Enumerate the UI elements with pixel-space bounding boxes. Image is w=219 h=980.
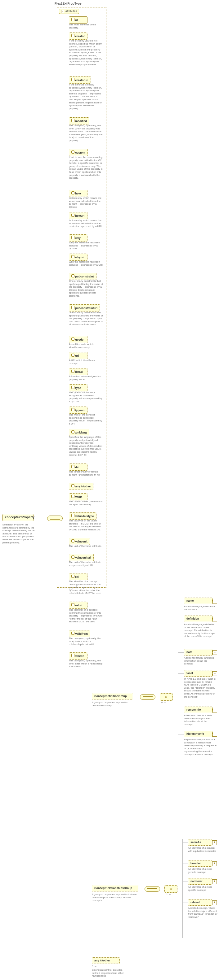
attr-desc: A URI which identifies a concept. (69, 359, 103, 365)
attr-name: uri (71, 353, 85, 358)
attr-uri: uri (69, 352, 88, 359)
attr-desc: The identifier of a concept defining the… (69, 608, 103, 623)
attr-desc: One or many constraints that apply to pu… (69, 311, 103, 326)
sequence-connector (145, 886, 160, 892)
attr-name: dir (71, 465, 85, 469)
expand-icon[interactable]: + (212, 900, 217, 905)
attr-qcode: qcode (69, 336, 88, 343)
child-desc: An identifier of a more generic concept. (188, 868, 217, 873)
attr-desc: If the property value is not defined, sp… (69, 39, 103, 66)
attr-name: reluri (71, 603, 85, 607)
expand-icon[interactable]: + (213, 671, 217, 676)
attr-desc: The related value (see more in the spec … (69, 500, 103, 506)
attr-desc: If the attribute is empty, specifies whi… (69, 83, 103, 110)
connector (67, 697, 92, 697)
connector (178, 734, 184, 735)
root-name: conceptExtProperty (5, 515, 31, 520)
choice-connector: ⊞ (165, 885, 177, 892)
attr-icon (71, 119, 74, 122)
attr-icon (71, 236, 74, 239)
connector (178, 710, 184, 710)
attr-name: validto (71, 654, 85, 658)
connector (178, 673, 184, 674)
connector (160, 889, 165, 889)
choice-connector: ⊞ (160, 693, 173, 701)
connector (178, 619, 184, 619)
expand-icon[interactable]: + (213, 732, 217, 737)
child-name: broader (190, 862, 210, 865)
child-broader: broader (188, 860, 212, 867)
child-name: narrower (190, 880, 210, 883)
attr-icon (71, 484, 74, 487)
attr-any-other: any ##other (69, 483, 93, 490)
group-name: ConceptRelationshipsGroup (94, 886, 136, 890)
attr-desc: The unit of the value attribute. (69, 545, 103, 548)
child-remoteInfo: remoteInfo (184, 706, 213, 713)
root-element: conceptExtProperty (3, 514, 34, 521)
root-desc: Extension Property: the semantics are de… (3, 523, 35, 544)
attr-modified: modified (69, 117, 90, 124)
attr-label: creator (74, 35, 85, 38)
attr-desc: If set to true the corresponding propert… (69, 156, 103, 180)
attr-how: how (69, 190, 88, 197)
attr-desc: A free-text value assigned as property v… (69, 375, 103, 381)
expand-icon[interactable]: + (212, 840, 217, 845)
connector (182, 839, 183, 938)
attr-desc: Why the metadata has been included – exp… (69, 241, 103, 250)
attr-icon (71, 34, 74, 37)
expand-icon[interactable]: + (213, 650, 217, 655)
attr-icon (71, 495, 74, 498)
attr-desc: Specifies the language of this property … (69, 436, 103, 457)
attr-validto: validto (69, 652, 88, 660)
any-other-desc: Extension point for provider-defined pro… (92, 969, 129, 977)
attr-icon (71, 306, 74, 309)
connector (133, 697, 140, 697)
child-desc: Represents the position of a concept in … (184, 738, 216, 756)
attr-name: literal (71, 370, 85, 374)
attr-desc: The date (and, optionally, the time) bef… (69, 637, 103, 646)
attr-desc: Indicates by which means the value was e… (69, 219, 103, 228)
attr-label: why (74, 237, 81, 240)
attr-why: why (69, 234, 88, 242)
attr-icon (71, 255, 74, 258)
attr-desc: Why the metadata has been included – exp… (69, 260, 103, 266)
cardinality: 0..∞ (161, 701, 166, 704)
connector (177, 889, 182, 889)
attr-name: qcode (71, 337, 85, 342)
attr-icon (71, 78, 74, 81)
child-name: name (184, 598, 213, 604)
attr-label: any ##other (74, 485, 91, 488)
connector (182, 864, 188, 864)
any-other-element: any ##other (92, 958, 120, 964)
child-desc: A natural language definition of the sem… (184, 623, 216, 638)
expand-icon[interactable]: + (213, 599, 217, 603)
child-name: definition (186, 617, 210, 620)
attr-name: any ##other (71, 484, 91, 488)
attr-id: id (69, 16, 88, 24)
attr-label: valueunit (74, 540, 88, 543)
attr-icon (71, 337, 74, 340)
minus-icon: - (61, 10, 64, 13)
attr-icon (71, 191, 74, 194)
attr-howuri: howuri (69, 212, 88, 219)
group-name: ConceptDefinitionGroup (94, 695, 131, 698)
expand-icon[interactable]: + (212, 879, 217, 884)
attr-label: qcode (74, 338, 83, 341)
expand-icon[interactable]: + (212, 861, 217, 866)
cardinality: 0..∞ (92, 965, 96, 968)
child-name: related (190, 901, 210, 904)
attr-name: valueunituri (71, 555, 91, 560)
attr-label: typeuri (74, 409, 85, 412)
attr-icon (71, 465, 74, 468)
attr-type: type (69, 384, 88, 391)
attr-label: dir (74, 466, 79, 469)
attr-desc: The directionality of textual content (e… (69, 470, 103, 476)
attr-label: whyuri (74, 256, 85, 259)
expand-icon[interactable]: + (213, 617, 217, 622)
child-name: remoteInfo (186, 708, 210, 711)
expand-icon[interactable]: + (213, 708, 217, 713)
attr-valueunit: valueunit (69, 538, 90, 545)
attr-desc: One or many constraints that apply to pu… (69, 280, 103, 298)
attr-icon (71, 632, 74, 635)
attr-desc: The datatype of the value attribute – it… (69, 519, 103, 531)
